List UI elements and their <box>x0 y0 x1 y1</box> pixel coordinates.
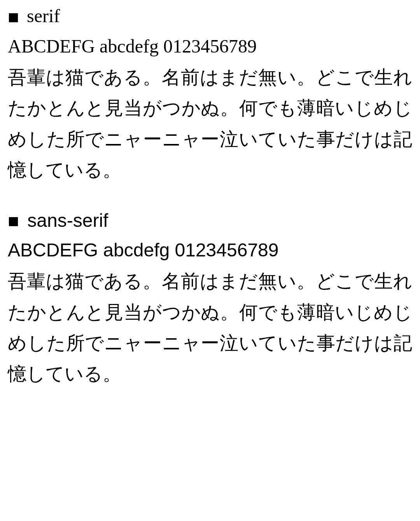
section-heading: ■ serif <box>8 4 412 29</box>
heading-text: sans-serif <box>27 210 108 231</box>
font-sample-sans-serif: ■ sans-serif ABCDEFG abcdefg 0123456789 … <box>8 209 412 389</box>
bullet-icon: ■ <box>8 209 19 233</box>
heading-text: serif <box>27 5 60 26</box>
japanese-sample-text: 吾輩は猫である。名前はまだ無い。どこで生れたかとんと見当がつかぬ。何でも薄暗いじ… <box>8 266 412 389</box>
font-sample-serif: ■ serif ABCDEFG abcdefg 0123456789 吾輩は猫で… <box>8 4 412 185</box>
latin-sample-text: ABCDEFG abcdefg 0123456789 <box>8 32 412 60</box>
bullet-icon: ■ <box>8 5 19 29</box>
section-heading: ■ sans-serif <box>8 209 412 233</box>
latin-sample-text: ABCDEFG abcdefg 0123456789 <box>8 236 412 264</box>
japanese-sample-text: 吾輩は猫である。名前はまだ無い。どこで生れたかとんと見当がつかぬ。何でも薄暗いじ… <box>8 62 412 185</box>
